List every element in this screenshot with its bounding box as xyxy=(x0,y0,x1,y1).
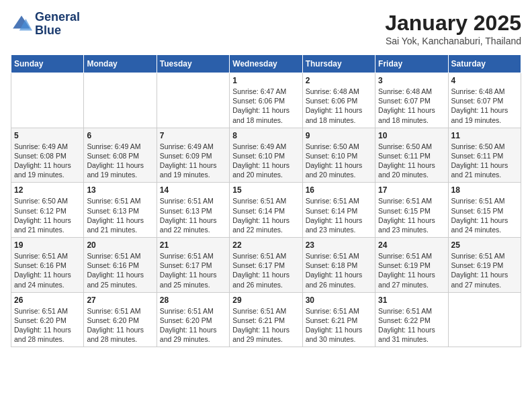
title-block: January 2025 Sai Yok, Kanchanaburi, Thai… xyxy=(385,11,521,46)
weekday-header-row: SundayMondayTuesdayWednesdayThursdayFrid… xyxy=(11,55,521,73)
logo-text: General Blue xyxy=(35,11,80,38)
day-detail: Sunrise: 6:48 AM Sunset: 6:07 PM Dayligh… xyxy=(378,87,445,125)
day-number: 9 xyxy=(306,131,372,140)
day-number: 23 xyxy=(306,240,372,250)
day-number: 8 xyxy=(232,131,299,140)
page-header: General Blue January 2025 Sai Yok, Kanch… xyxy=(11,11,521,46)
calendar-cell: 19Sunrise: 6:51 AM Sunset: 6:16 PM Dayli… xyxy=(11,238,84,293)
day-detail: Sunrise: 6:49 AM Sunset: 6:08 PM Dayligh… xyxy=(14,142,81,180)
day-number: 27 xyxy=(87,295,153,305)
day-detail: Sunrise: 6:51 AM Sunset: 6:22 PM Dayligh… xyxy=(378,306,445,345)
day-detail: Sunrise: 6:51 AM Sunset: 6:15 PM Dayligh… xyxy=(378,196,445,234)
day-number: 3 xyxy=(378,76,445,85)
calendar-cell: 9Sunrise: 6:50 AM Sunset: 6:10 PM Daylig… xyxy=(302,128,375,183)
day-detail: Sunrise: 6:51 AM Sunset: 6:17 PM Dayligh… xyxy=(232,251,299,289)
day-number: 10 xyxy=(378,131,445,140)
day-detail: Sunrise: 6:51 AM Sunset: 6:16 PM Dayligh… xyxy=(14,251,81,289)
day-detail: Sunrise: 6:51 AM Sunset: 6:20 PM Dayligh… xyxy=(160,306,226,345)
day-number: 2 xyxy=(306,76,372,85)
calendar-cell: 11Sunrise: 6:50 AM Sunset: 6:11 PM Dayli… xyxy=(448,128,521,183)
day-detail: Sunrise: 6:51 AM Sunset: 6:15 PM Dayligh… xyxy=(451,196,518,234)
calendar-cell: 27Sunrise: 6:51 AM Sunset: 6:20 PM Dayli… xyxy=(84,292,157,347)
day-number: 15 xyxy=(232,185,299,195)
calendar-cell: 20Sunrise: 6:51 AM Sunset: 6:16 PM Dayli… xyxy=(84,238,157,293)
day-number: 4 xyxy=(451,76,518,85)
calendar-cell: 29Sunrise: 6:51 AM Sunset: 6:21 PM Dayli… xyxy=(230,292,302,347)
weekday-friday: Friday xyxy=(375,55,448,73)
day-detail: Sunrise: 6:51 AM Sunset: 6:14 PM Dayligh… xyxy=(306,196,372,234)
day-detail: Sunrise: 6:48 AM Sunset: 6:07 PM Dayligh… xyxy=(451,87,518,125)
weekday-thursday: Thursday xyxy=(302,55,375,73)
day-detail: Sunrise: 6:49 AM Sunset: 6:09 PM Dayligh… xyxy=(160,142,226,180)
day-number: 31 xyxy=(378,295,445,305)
day-detail: Sunrise: 6:51 AM Sunset: 6:17 PM Dayligh… xyxy=(160,251,226,289)
week-row-2: 5Sunrise: 6:49 AM Sunset: 6:08 PM Daylig… xyxy=(11,128,521,183)
calendar-cell: 28Sunrise: 6:51 AM Sunset: 6:20 PM Dayli… xyxy=(157,292,229,347)
day-detail: Sunrise: 6:51 AM Sunset: 6:20 PM Dayligh… xyxy=(87,306,153,345)
weekday-tuesday: Tuesday xyxy=(157,55,229,73)
calendar-cell xyxy=(11,73,84,128)
day-number: 21 xyxy=(160,240,226,250)
day-detail: Sunrise: 6:51 AM Sunset: 6:19 PM Dayligh… xyxy=(451,251,518,289)
calendar-cell: 7Sunrise: 6:49 AM Sunset: 6:09 PM Daylig… xyxy=(157,128,229,183)
calendar-cell: 12Sunrise: 6:50 AM Sunset: 6:12 PM Dayli… xyxy=(11,183,84,238)
day-number: 18 xyxy=(451,185,518,195)
calendar-cell: 31Sunrise: 6:51 AM Sunset: 6:22 PM Dayli… xyxy=(375,292,448,347)
calendar-cell: 26Sunrise: 6:51 AM Sunset: 6:20 PM Dayli… xyxy=(11,292,84,347)
day-number: 6 xyxy=(87,131,153,140)
calendar-cell: 21Sunrise: 6:51 AM Sunset: 6:17 PM Dayli… xyxy=(157,238,229,293)
day-detail: Sunrise: 6:51 AM Sunset: 6:18 PM Dayligh… xyxy=(306,251,372,289)
day-number: 28 xyxy=(160,295,226,305)
calendar-cell: 2Sunrise: 6:48 AM Sunset: 6:06 PM Daylig… xyxy=(302,73,375,128)
logo: General Blue xyxy=(11,11,80,38)
day-detail: Sunrise: 6:50 AM Sunset: 6:12 PM Dayligh… xyxy=(14,196,81,234)
day-number: 26 xyxy=(14,295,81,305)
calendar-cell: 4Sunrise: 6:48 AM Sunset: 6:07 PM Daylig… xyxy=(448,73,521,128)
day-number: 20 xyxy=(87,240,153,250)
day-number: 25 xyxy=(451,240,518,250)
day-detail: Sunrise: 6:51 AM Sunset: 6:19 PM Dayligh… xyxy=(378,251,445,289)
calendar-cell: 5Sunrise: 6:49 AM Sunset: 6:08 PM Daylig… xyxy=(11,128,84,183)
day-number: 22 xyxy=(232,240,299,250)
day-number: 13 xyxy=(87,185,153,195)
day-detail: Sunrise: 6:51 AM Sunset: 6:13 PM Dayligh… xyxy=(160,196,226,234)
day-detail: Sunrise: 6:47 AM Sunset: 6:06 PM Dayligh… xyxy=(232,87,299,125)
day-detail: Sunrise: 6:49 AM Sunset: 6:08 PM Dayligh… xyxy=(87,142,153,180)
day-detail: Sunrise: 6:51 AM Sunset: 6:21 PM Dayligh… xyxy=(232,306,299,345)
day-detail: Sunrise: 6:51 AM Sunset: 6:13 PM Dayligh… xyxy=(87,196,153,234)
weekday-wednesday: Wednesday xyxy=(230,55,302,73)
calendar-cell: 30Sunrise: 6:51 AM Sunset: 6:21 PM Dayli… xyxy=(302,292,375,347)
month-title: January 2025 xyxy=(385,11,521,36)
day-detail: Sunrise: 6:51 AM Sunset: 6:20 PM Dayligh… xyxy=(14,306,81,345)
calendar-cell xyxy=(84,73,157,128)
day-detail: Sunrise: 6:50 AM Sunset: 6:11 PM Dayligh… xyxy=(451,142,518,180)
day-number: 14 xyxy=(160,185,226,195)
day-number: 19 xyxy=(14,240,81,250)
day-number: 24 xyxy=(378,240,445,250)
day-number: 7 xyxy=(160,131,226,140)
day-detail: Sunrise: 6:51 AM Sunset: 6:14 PM Dayligh… xyxy=(232,196,299,234)
weekday-sunday: Sunday xyxy=(11,55,84,73)
calendar-body: 1Sunrise: 6:47 AM Sunset: 6:06 PM Daylig… xyxy=(11,73,521,347)
day-detail: Sunrise: 6:50 AM Sunset: 6:11 PM Dayligh… xyxy=(378,142,445,180)
calendar-cell xyxy=(448,292,521,347)
calendar-cell: 3Sunrise: 6:48 AM Sunset: 6:07 PM Daylig… xyxy=(375,73,448,128)
calendar-cell: 13Sunrise: 6:51 AM Sunset: 6:13 PM Dayli… xyxy=(84,183,157,238)
week-row-5: 26Sunrise: 6:51 AM Sunset: 6:20 PM Dayli… xyxy=(11,292,521,347)
day-detail: Sunrise: 6:50 AM Sunset: 6:10 PM Dayligh… xyxy=(306,142,372,180)
day-detail: Sunrise: 6:51 AM Sunset: 6:21 PM Dayligh… xyxy=(306,306,372,345)
calendar-cell: 16Sunrise: 6:51 AM Sunset: 6:14 PM Dayli… xyxy=(302,183,375,238)
week-row-1: 1Sunrise: 6:47 AM Sunset: 6:06 PM Daylig… xyxy=(11,73,521,128)
calendar-cell: 17Sunrise: 6:51 AM Sunset: 6:15 PM Dayli… xyxy=(375,183,448,238)
calendar-cell: 8Sunrise: 6:49 AM Sunset: 6:10 PM Daylig… xyxy=(230,128,302,183)
calendar-cell: 22Sunrise: 6:51 AM Sunset: 6:17 PM Dayli… xyxy=(230,238,302,293)
calendar-cell: 25Sunrise: 6:51 AM Sunset: 6:19 PM Dayli… xyxy=(448,238,521,293)
day-detail: Sunrise: 6:48 AM Sunset: 6:06 PM Dayligh… xyxy=(306,87,372,125)
logo-icon xyxy=(11,13,32,35)
calendar-cell xyxy=(157,73,229,128)
calendar-cell: 14Sunrise: 6:51 AM Sunset: 6:13 PM Dayli… xyxy=(157,183,229,238)
day-number: 29 xyxy=(232,295,299,305)
day-number: 30 xyxy=(306,295,372,305)
calendar-table: SundayMondayTuesdayWednesdayThursdayFrid… xyxy=(11,54,521,347)
day-number: 16 xyxy=(306,185,372,195)
